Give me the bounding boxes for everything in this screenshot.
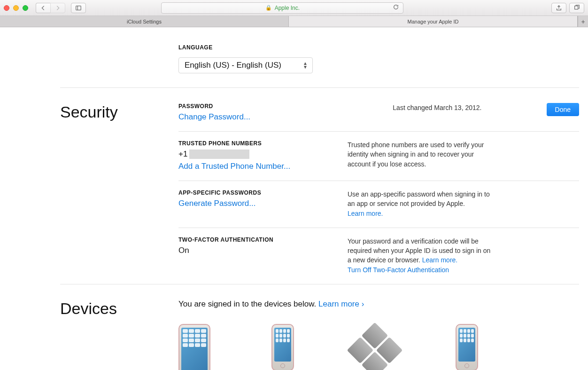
section-title-devices: Devices — [60, 299, 178, 370]
close-icon[interactable] — [4, 5, 9, 11]
tabs-button[interactable] — [569, 3, 584, 13]
forward-button[interactable] — [50, 3, 65, 13]
password-label: PASSWORD — [178, 103, 250, 110]
reload-icon[interactable] — [393, 4, 399, 12]
browser-toolbar: 🔒 Apple Inc. — [0, 0, 588, 16]
devices-section: Devices You are signed in to the devices… — [60, 284, 579, 370]
twofa-label: TWO-FACTOR AUTHENTICATION — [178, 236, 319, 243]
zoom-icon[interactable] — [23, 5, 28, 11]
device-iphone-1[interactable] — [178, 324, 210, 370]
chevron-right-icon: › — [362, 299, 364, 308]
phone-number-redacted — [189, 150, 249, 159]
back-button[interactable] — [36, 3, 50, 13]
app-passwords-label: APP-SPECIFIC PASSWORDS — [178, 189, 319, 196]
tab-bar: iCloud Settings Manage your Apple ID + — [0, 16, 588, 27]
add-trusted-phone-link[interactable]: Add a Trusted Phone Number... — [178, 162, 319, 171]
devices-learn-more[interactable]: Learn more › — [318, 299, 364, 308]
svg-rect-2 — [575, 6, 578, 9]
new-tab-button[interactable]: + — [578, 16, 588, 27]
app-passwords-desc: Use an app-specific password when signin… — [348, 190, 490, 207]
chevron-updown-icon: ▲▼ — [303, 62, 308, 69]
address-text: Apple Inc. — [275, 5, 300, 11]
device-windows-bootcamp[interactable] — [347, 323, 403, 370]
share-button[interactable] — [551, 3, 566, 13]
language-label: LANGUAGE — [178, 44, 579, 51]
window-controls — [4, 5, 28, 11]
phone-prefix: +1 — [178, 150, 187, 159]
security-section: Security PASSWORD Change Password... Las… — [60, 87, 579, 284]
lock-icon: 🔒 — [265, 5, 272, 11]
twofa-turn-off-link[interactable]: Turn Off Two-Factor Authentication — [348, 266, 449, 274]
tab-label: Manage your Apple ID — [408, 19, 459, 24]
twofa-desc: Your password and a verification code wi… — [348, 237, 490, 264]
done-button[interactable]: Done — [547, 103, 579, 116]
tab-icloud-settings[interactable]: iCloud Settings — [0, 16, 289, 27]
svg-rect-0 — [76, 6, 81, 10]
trusted-phone-desc: Trusted phone numbers are used to verify… — [348, 140, 493, 171]
tab-label: iCloud Settings — [127, 19, 162, 24]
password-last-changed: Last changed March 13, 2012. — [393, 104, 481, 111]
change-password-link[interactable]: Change Password... — [178, 112, 250, 122]
tab-manage-apple-id[interactable]: Manage your Apple ID — [289, 16, 578, 27]
language-select[interactable]: English (US) - English (US) ▲▼ — [178, 57, 313, 73]
address-bar[interactable]: 🔒 Apple Inc. — [161, 2, 403, 14]
generate-password-link[interactable]: Generate Password... — [178, 199, 319, 208]
twofa-value: On — [178, 246, 319, 255]
twofa-learn-more[interactable]: Learn more. — [422, 256, 457, 264]
language-value: English (US) - English (US) — [185, 61, 281, 70]
page-content: LANGUAGE English (US) - English (US) ▲▼ … — [0, 27, 588, 370]
section-title-security: Security — [60, 103, 178, 284]
trusted-phone-label: TRUSTED PHONE NUMBERS — [178, 140, 319, 147]
devices-intro-text: You are signed in to the devices below. — [178, 299, 316, 308]
app-passwords-learn-more[interactable]: Learn more. — [348, 210, 383, 217]
device-iphone-3[interactable] — [456, 324, 478, 370]
minimize-icon[interactable] — [13, 5, 19, 11]
sidebar-toggle-button[interactable] — [71, 3, 86, 13]
device-iphone-2[interactable] — [271, 324, 294, 370]
